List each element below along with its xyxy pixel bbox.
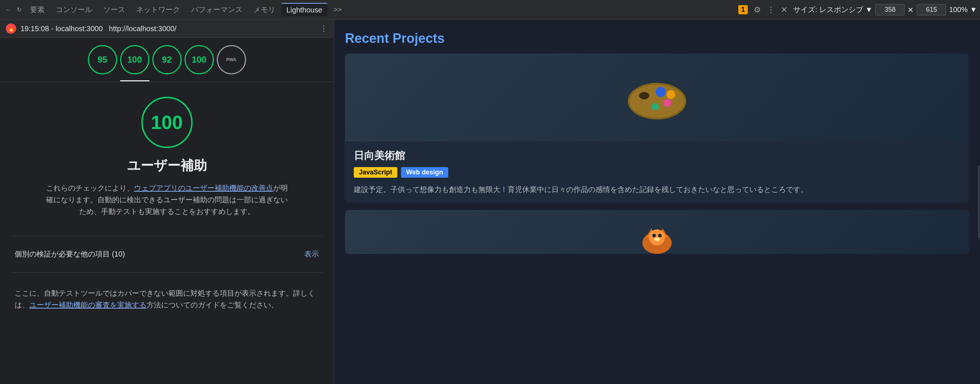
palette-illustration [624, 72, 690, 123]
url-text: http://localhost:3000/ [109, 25, 177, 33]
devtools-forward-icon[interactable]: ↻ [14, 5, 24, 15]
section-divider-1 [11, 236, 323, 236]
svg-point-14 [658, 234, 662, 237]
svg-point-4 [639, 92, 649, 99]
tab-more[interactable]: >> [328, 3, 347, 16]
tab-network[interactable]: ネットワーク [131, 3, 185, 17]
big-score-value: 100 [151, 112, 183, 133]
project-1-description: 建設予定。子供って想像力も創造力も無限大！育児休業中に日々の作品の感情を含めた記… [354, 183, 960, 195]
url-bar: 🔥 19:15:08 - localhost:3000 http://local… [0, 20, 334, 38]
svg-point-15 [654, 237, 660, 241]
tab-bar: ← ↻ 要素 コンソール ソース ネットワーク パフォーマンス メモリ Ligh… [0, 0, 980, 20]
url-timestamp: 19:15:08 - localhost:3000 http://localho… [21, 25, 315, 33]
big-score-circle: 100 [142, 97, 192, 148]
card2-illustration [635, 217, 679, 254]
score-section: 100 ユーザー補助 これらのチェックにより、ウェブアプリのユーザー補助機能の改… [0, 82, 334, 228]
lighthouse-panel: 🔥 19:15:08 - localhost:3000 http://local… [0, 20, 334, 384]
desc-before: これらのチェックにより、 [46, 184, 134, 192]
score-best-practices[interactable]: 92 [152, 45, 181, 74]
category-description: これらのチェックにより、ウェブアプリのユーザー補助機能の改善点が明確になります。… [46, 182, 288, 217]
bottom-text-after: 方法についてのガイドをご覧ください。 [146, 301, 278, 309]
size-control: サイズ: レスポンシブ ▼ ✕ 100% ▼ [793, 4, 977, 15]
size-separator: ✕ [907, 5, 914, 14]
score-seo[interactable]: 100 [185, 45, 214, 74]
tab-console[interactable]: コンソール [51, 3, 97, 17]
tab-memory[interactable]: メモリ [248, 3, 280, 17]
items-label: 個別の検証が必要な他の項目 (10) [15, 249, 125, 259]
svg-point-8 [652, 103, 659, 110]
tab-elements[interactable]: 要素 [25, 3, 50, 17]
width-input[interactable] [875, 4, 905, 15]
project-card-1[interactable]: 日向美術館 JavaScript Web design 建設予定。子供って想像力… [345, 54, 969, 202]
desc-link[interactable]: ウェブアプリのユーザー補助機能の改善点 [134, 184, 273, 192]
size-label[interactable]: サイズ: レスポンシブ ▼ [793, 5, 872, 15]
score-performance[interactable]: 95 [88, 45, 117, 74]
bottom-link[interactable]: ユーザー補助機能の審査を実施する [29, 301, 146, 309]
resize-handle[interactable] [978, 20, 980, 384]
category-title: ユーザー補助 [127, 157, 207, 175]
devtools-back-icon[interactable]: ← [3, 5, 13, 15]
tag-webdesign: Web design [401, 167, 448, 178]
svg-point-7 [663, 99, 671, 107]
svg-point-5 [655, 87, 666, 97]
project-card-2[interactable] [345, 210, 969, 254]
more-options-icon[interactable]: ⋮ [767, 5, 775, 15]
tab-bar-controls: 1 ⚙ ⋮ ✕ サイズ: レスポンシブ ▼ ✕ 100% ▼ [738, 4, 977, 15]
score-accessibility[interactable]: 100 [120, 45, 150, 74]
project-card-1-image [345, 54, 969, 142]
svg-point-13 [652, 234, 656, 237]
items-row: 個別の検証が必要な他の項目 (10) 表示 [0, 243, 334, 265]
height-input[interactable] [916, 4, 946, 15]
items-show-button[interactable]: 表示 [304, 249, 319, 259]
header-accent: Projects [393, 31, 445, 46]
tab-sources[interactable]: ソース [98, 3, 130, 17]
project-1-tags: JavaScript Web design [354, 167, 960, 178]
url-bar-more-icon[interactable]: ⋮ [320, 24, 328, 33]
score-pwa[interactable]: PWA [217, 45, 246, 74]
svg-point-6 [667, 90, 675, 99]
main-area: 🔥 19:15:08 - localhost:3000 http://local… [0, 20, 980, 384]
tab-list: ← ↻ 要素 コンソール ソース ネットワーク パフォーマンス メモリ Ligh… [3, 3, 347, 17]
settings-icon[interactable]: ⚙ [754, 5, 761, 15]
tab-performance[interactable]: パフォーマンス [186, 3, 248, 17]
timestamp-text: 19:15:08 - localhost:3000 [21, 25, 103, 33]
project-card-2-image [345, 210, 969, 254]
tab-lighthouse[interactable]: Lighthouse [281, 3, 328, 16]
zoom-label[interactable]: 100% ▼ [949, 5, 977, 14]
recent-projects-header: Recent Projects [334, 20, 980, 54]
section-divider-2 [11, 272, 323, 272]
website-preview: Recent Projects [334, 20, 980, 384]
project-card-1-body: 日向美術館 JavaScript Web design 建設予定。子供って想像力… [345, 142, 969, 202]
project-1-title: 日向美術館 [354, 149, 960, 163]
site-favicon: 🔥 [6, 24, 16, 34]
tag-javascript: JavaScript [354, 167, 397, 178]
website-scroll-area[interactable]: Recent Projects [334, 20, 980, 384]
close-devtools-icon[interactable]: ✕ [781, 5, 788, 15]
score-tabs: 95 100 92 100 PWA [0, 38, 334, 74]
alert-badge: 1 [738, 5, 748, 14]
header-text: Recent [345, 31, 393, 46]
bottom-text: ここに、自動テストツールではカバーできない範囲に対処する項目が表示されます。詳し… [0, 280, 334, 318]
